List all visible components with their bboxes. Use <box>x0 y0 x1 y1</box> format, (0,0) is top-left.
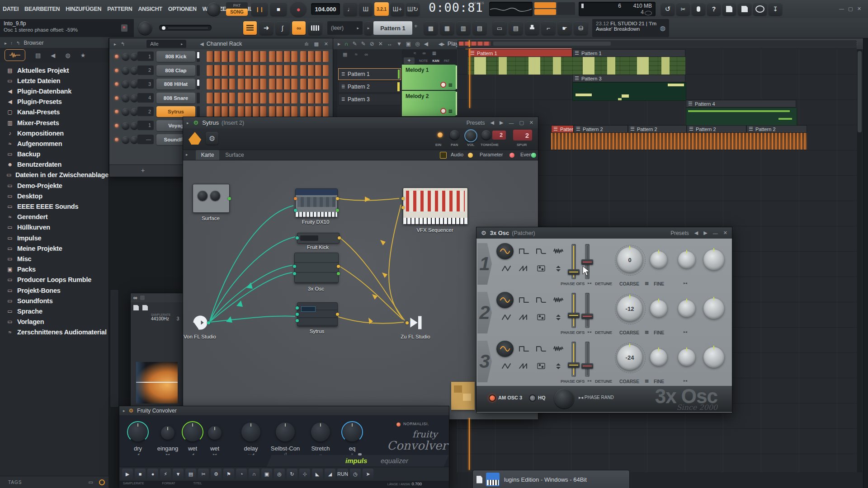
coarse-knob[interactable]: -12 <box>617 296 642 321</box>
picker-piano-icon[interactable]: ▦ <box>343 52 347 57</box>
channel-enable-led[interactable] <box>115 82 118 86</box>
recording-mic-button[interactable] <box>692 3 705 15</box>
sytrus-titlebar[interactable]: ▸ ⚙ Sytrus (Insert 2) Presets ◀ ▶ — ▢ ✕ <box>183 117 538 128</box>
pause-button[interactable]: ❙❙ <box>251 2 268 16</box>
surface-knob2[interactable] <box>210 191 220 201</box>
color-swatch-panel[interactable] <box>451 382 475 410</box>
channel-pan-knob[interactable] <box>122 136 129 143</box>
surface-out-dot[interactable] <box>228 197 231 200</box>
playlist-clip[interactable]: ☰Pattern 3 <box>572 75 685 82</box>
pl-magnet-icon[interactable]: ∩ <box>344 41 349 47</box>
convolver-tool-button[interactable]: ∩ <box>249 469 259 479</box>
playlist-vscrollbar[interactable] <box>857 49 862 472</box>
hq-led[interactable] <box>529 394 536 402</box>
track-badge[interactable]: 2 <box>513 130 532 141</box>
convolver-tool-button[interactable]: ▤ <box>185 469 196 479</box>
browser-list-item[interactable]: ▭ Misc <box>0 253 108 264</box>
channel-volume-knob[interactable] <box>131 136 138 143</box>
sytrus-menu-icon[interactable]: ▸ <box>187 121 189 125</box>
app-minimize-icon[interactable]: — <box>839 6 844 11</box>
playlist-clip[interactable]: ☰Pattern 2 <box>574 125 628 133</box>
convolver-tool-button[interactable]: ▼ <box>173 469 184 479</box>
node-fruit-kick[interactable] <box>297 233 340 244</box>
undo-button[interactable]: ↺ <box>661 3 675 15</box>
stereo-detune-button[interactable] <box>551 310 566 324</box>
browser-up-icon[interactable]: ↑ <box>10 41 13 46</box>
dx10-in-dot1[interactable] <box>294 197 297 200</box>
minimap-thumb[interactable] <box>493 42 611 46</box>
browser-list-item[interactable]: ◀ Plugin-Presets <box>0 97 108 107</box>
phase-offset-slider[interactable] <box>571 244 576 279</box>
patcher-wrench-icon[interactable]: ⚙ <box>206 132 218 145</box>
browser-list-item[interactable]: ▣ Packs <box>0 264 108 275</box>
menu-item[interactable]: BEARBEITEN <box>24 6 60 12</box>
background-plugin-titlebar[interactable]: lugins Edition - Windows - 64Bit <box>472 470 630 488</box>
browser-list-item[interactable]: ▭ Sprache <box>0 306 108 316</box>
surface-knob1[interactable] <box>198 191 208 201</box>
pattern-list-item[interactable]: ☰ Pattern 3 <box>338 94 401 105</box>
playlist-clip[interactable]: ☰Pattern 1 <box>572 49 685 57</box>
convolver-tool-button[interactable]: ⚑ <box>223 469 234 479</box>
step-sequencer-row[interactable] <box>207 51 329 62</box>
browser-list-item[interactable]: ▭ Vorlagen <box>0 317 108 327</box>
playlist-clip[interactable]: ☰Pattern 2 <box>551 125 574 133</box>
rack-close-icon[interactable]: ✕ <box>324 41 328 47</box>
patcher-logo-icon[interactable] <box>189 132 201 145</box>
pan-knob-osc[interactable] <box>678 300 695 317</box>
osc3-preset-next-icon[interactable]: ▶ <box>703 230 707 236</box>
browser-list-item[interactable]: ▭ Impulse <box>0 233 108 243</box>
convolver-tool-button[interactable]: ✂ <box>198 469 209 479</box>
kick-out-dot[interactable] <box>338 236 341 239</box>
time-display[interactable]: 0:00:81 M:S:CS <box>429 0 483 14</box>
pattern-list-item[interactable]: ☰ Pattern 2 <box>338 81 401 93</box>
mix-knob-osc[interactable] <box>703 298 724 319</box>
step-sequencer-row[interactable] <box>207 79 329 89</box>
sytrus-gear-icon[interactable]: ⚙ <box>193 119 199 126</box>
step-sequencer-row[interactable] <box>207 65 329 76</box>
channel-pan-knob[interactable] <box>122 80 129 88</box>
add-track-button[interactable]: + <box>404 57 415 64</box>
browser-list-item[interactable]: ≈ Zerschnittenes Audiomaterial <box>0 327 108 338</box>
wave-triangle-button[interactable] <box>499 261 514 276</box>
pl-delete-icon[interactable]: ⊘ <box>370 41 374 47</box>
wave-square-button[interactable] <box>516 342 532 356</box>
tempo-display[interactable]: 104.000 <box>311 3 340 15</box>
wave-sine-button[interactable] <box>496 341 514 357</box>
sytrus-minimize-icon[interactable]: — <box>509 120 514 126</box>
conv-gear-icon[interactable]: ⚙ <box>129 408 134 414</box>
save-button[interactable] <box>722 3 736 15</box>
tab-karte[interactable]: Karte <box>196 150 219 160</box>
sytrus-in-dot1[interactable] <box>296 306 299 310</box>
step-sequencer-row[interactable] <box>207 106 329 117</box>
project-picker-button[interactable]: ▭ <box>493 21 506 35</box>
channel-mixer-track[interactable]: 1 <box>137 121 154 130</box>
pitch-range-badge[interactable]: 2 <box>492 131 506 140</box>
channel-pan-knob[interactable] <box>122 122 129 129</box>
osc-out-dot1[interactable] <box>337 265 340 268</box>
detune-slider-handle[interactable] <box>581 259 593 265</box>
channel-volume-knob[interactable] <box>131 108 138 115</box>
picker-link-icon[interactable]: ∞ <box>364 52 368 57</box>
channel-volume-knob[interactable] <box>131 80 138 88</box>
node-sytrus[interactable] <box>297 302 338 327</box>
phase-slider-handle[interactable] <box>568 362 580 368</box>
browser-list-item[interactable]: ≈ Gerendert <box>0 212 108 222</box>
mix-knob-osc[interactable] <box>703 347 724 368</box>
audio-led[interactable] <box>468 153 473 158</box>
coarse-knob[interactable]: 0 <box>617 247 642 272</box>
convolver-tool-button[interactable]: ⊹ <box>299 469 310 479</box>
browser-history-icon[interactable]: ↰ <box>16 41 20 46</box>
wave-pulse-button[interactable] <box>533 244 549 258</box>
wave-saw-button[interactable] <box>516 359 532 373</box>
playlist-window-button[interactable]: ▩ <box>424 21 438 35</box>
master-pitch-slider[interactable] <box>159 25 212 31</box>
pan-knob-osc[interactable] <box>678 349 695 366</box>
sytrus-close-icon[interactable]: ✕ <box>529 120 533 126</box>
sytrus-preset-next-icon[interactable]: ▶ <box>500 120 503 126</box>
vfx-in-dot2[interactable] <box>401 206 405 209</box>
convolver-tool-button[interactable]: ◔ <box>236 469 247 479</box>
convolver-knob[interactable] <box>241 422 260 441</box>
typing-keyboard-button[interactable] <box>308 21 322 35</box>
from-fl-out-dot[interactable] <box>207 321 210 324</box>
convolver-knob[interactable] <box>276 422 295 441</box>
